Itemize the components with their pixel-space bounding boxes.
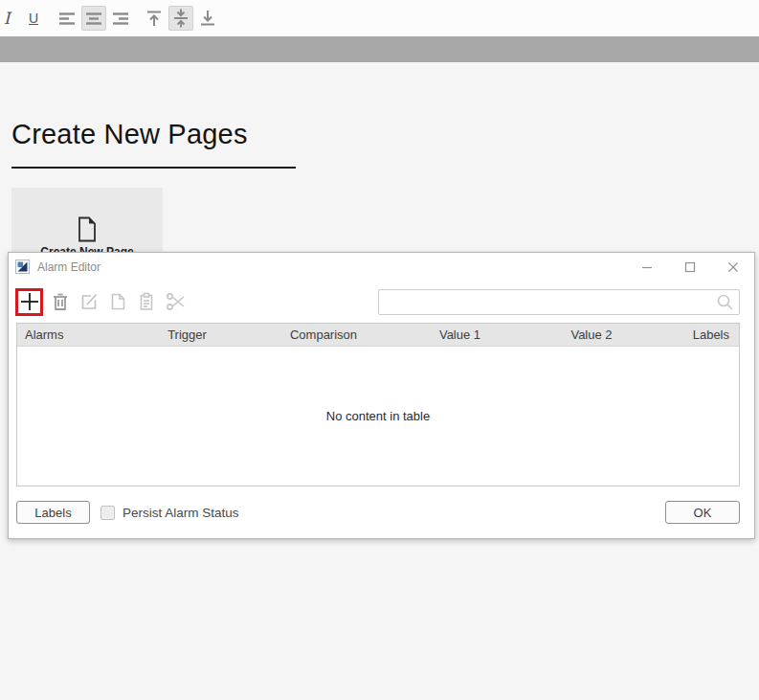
- persist-alarm-label: Persist Alarm Status: [123, 506, 239, 520]
- scissors-icon: [166, 292, 186, 311]
- page-title: Create New Pages: [11, 119, 248, 150]
- ok-button[interactable]: OK: [665, 501, 740, 524]
- edit-button[interactable]: [78, 290, 100, 313]
- search-icon: [716, 293, 734, 311]
- underline-icon: U: [29, 11, 38, 26]
- copy-icon: [108, 292, 127, 311]
- close-icon: [727, 261, 739, 273]
- paste-button[interactable]: [135, 290, 158, 313]
- toolbar-button-align-left[interactable]: [55, 6, 79, 31]
- add-icon: [20, 292, 39, 311]
- align-center-icon: [83, 8, 104, 29]
- toolbar-button-align-center[interactable]: [81, 6, 106, 31]
- window-controls: [625, 253, 754, 281]
- valign-top-icon: [144, 8, 165, 29]
- column-header[interactable]: Alarms: [17, 327, 132, 342]
- delete-button[interactable]: [49, 290, 72, 313]
- cut-button[interactable]: [164, 290, 187, 313]
- dialog-titlebar[interactable]: Alarm Editor: [9, 253, 754, 281]
- column-header[interactable]: Value 2: [515, 327, 668, 342]
- table-body[interactable]: No content in table: [17, 346, 739, 485]
- close-button[interactable]: [711, 253, 754, 281]
- dialog-toolbar: [9, 281, 754, 323]
- new-page-icon: [77, 216, 98, 242]
- align-left-icon: [56, 8, 78, 29]
- column-header[interactable]: Comparison: [242, 327, 405, 342]
- toolbar-button-valign-middle[interactable]: [168, 6, 193, 31]
- alarm-editor-dialog: Alarm Editor: [8, 252, 755, 539]
- toolbar-button-valign-top[interactable]: [142, 6, 167, 31]
- align-right-icon: [110, 8, 131, 29]
- minimize-icon: [641, 261, 653, 273]
- column-header[interactable]: Trigger: [132, 327, 242, 342]
- dialog-footer: Labels Persist Alarm Status OK: [16, 501, 740, 524]
- toolbar-button-italic[interactable]: I: [0, 6, 19, 31]
- trash-icon: [51, 292, 70, 311]
- search-input[interactable]: [378, 289, 740, 315]
- column-header[interactable]: Value 1: [405, 327, 515, 342]
- valign-bottom-icon: [197, 8, 218, 29]
- labels-button[interactable]: Labels: [16, 501, 90, 524]
- valign-middle-icon: [170, 8, 191, 29]
- app-logo-icon: [15, 260, 30, 274]
- dialog-title: Alarm Editor: [37, 260, 100, 274]
- heading-rule: [11, 167, 296, 169]
- toolbar-button-underline[interactable]: U: [21, 6, 46, 31]
- format-toolbar: I U: [0, 0, 759, 36]
- table-header-row: AlarmsTriggerComparisonValue 1Value 2Lab…: [17, 324, 739, 346]
- maximize-icon: [684, 261, 696, 273]
- gray-band: [0, 36, 759, 62]
- paste-icon: [137, 292, 156, 311]
- toolbar-button-valign-bottom[interactable]: [195, 6, 220, 31]
- maximize-button[interactable]: [668, 253, 711, 281]
- copy-button[interactable]: [106, 290, 129, 313]
- column-header[interactable]: Labels: [668, 327, 739, 342]
- italic-icon: I: [4, 9, 11, 28]
- persist-alarm-checkbox[interactable]: [100, 506, 115, 520]
- add-button[interactable]: [15, 288, 43, 316]
- minimize-button[interactable]: [625, 253, 668, 281]
- empty-table-message: No content in table: [326, 409, 430, 423]
- search-box: [378, 289, 740, 315]
- edit-icon: [79, 292, 99, 311]
- alarm-table: AlarmsTriggerComparisonValue 1Value 2Lab…: [16, 323, 740, 486]
- toolbar-button-align-right[interactable]: [108, 6, 133, 31]
